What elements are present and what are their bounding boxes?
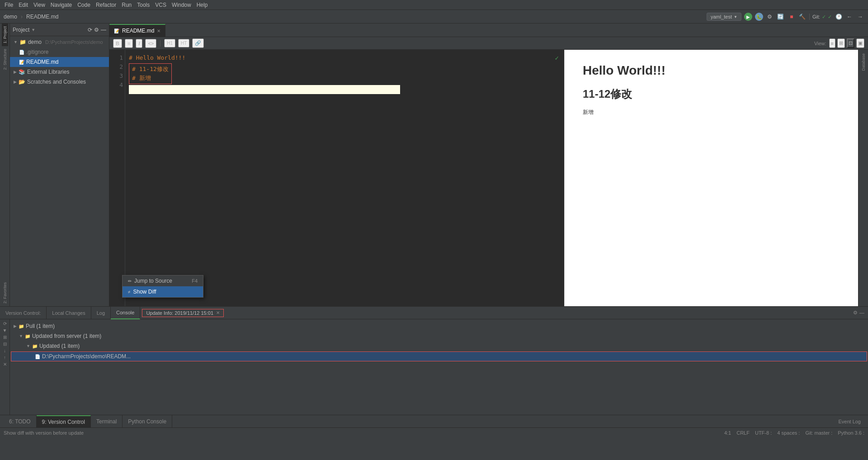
h1-button[interactable]: H1	[164, 39, 175, 47]
python-console-tab-label: Python Console	[128, 418, 166, 425]
vcs-filter-icon[interactable]: ▼	[3, 328, 7, 333]
vcs-tab-log[interactable]: Log	[91, 307, 111, 319]
python-indicator[interactable]: Python 3.6 :	[838, 430, 864, 436]
menu-vcs[interactable]: VCS	[152, 0, 169, 10]
git-branch-indicator[interactable]: Git: master :	[805, 430, 832, 436]
vcs-refresh-icon[interactable]: ⟳	[3, 321, 7, 326]
profile-button[interactable]: 🔄	[777, 13, 785, 21]
menu-refactor[interactable]: Refactor	[93, 0, 119, 10]
tree-item-demo[interactable]: ▼ 📁 demo D:\PycharmProjects\demo	[10, 37, 109, 47]
tree-item-scratches[interactable]: ▶ 📂 Scratches and Consoles	[10, 77, 109, 87]
vcs-updated-server-item[interactable]: ▼ 📁 Updated from server (1 item)	[10, 331, 868, 341]
build-button[interactable]: 🔨	[798, 13, 807, 21]
gitignore-label: .gitignore	[26, 49, 48, 55]
ht-button[interactable]: HT	[178, 39, 189, 47]
menu-navigate[interactable]: Navigate	[48, 0, 75, 10]
terminal-tab[interactable]: Terminal	[91, 415, 123, 428]
vcs-minimize-icon[interactable]: —	[859, 310, 864, 316]
code-lines[interactable]: # Hello World!!! # 11-12修改 # 新增 ✓	[125, 50, 564, 306]
tree-item-readme[interactable]: 📝 README.md	[10, 57, 109, 67]
tree-item-external[interactable]: ▶ 📚 External Libraries	[10, 67, 109, 77]
indent-indicator[interactable]: 4 spaces :	[777, 430, 800, 436]
menu-code[interactable]: Code	[75, 0, 93, 10]
tab-close-btn[interactable]: ✕	[157, 28, 160, 33]
cm-left-diff: ≠ Show Diff	[128, 289, 156, 295]
view-split-btn[interactable]: ⊞	[837, 38, 845, 48]
vcs-tab-local-label: Local Changes	[52, 310, 85, 316]
project-header-title: Project	[13, 27, 29, 33]
italic-button[interactable]: I	[136, 39, 142, 48]
bottom-tabs: 6: TODO 9: Version Control Terminal Pyth…	[0, 415, 868, 427]
forward-button[interactable]: →	[856, 13, 864, 21]
back-button[interactable]: ←	[845, 13, 854, 21]
position-indicator[interactable]: 4:1	[724, 430, 731, 436]
favorites-tab[interactable]: 2: Favorites	[2, 280, 8, 306]
modified-block: # 11-12修改 # 新增	[129, 63, 172, 84]
bold-button[interactable]: B	[113, 39, 122, 48]
git-status: Git: ✓ ✓	[812, 14, 832, 20]
yaml-test-button[interactable]: yaml_test ▼	[707, 13, 741, 21]
vcs-settings-icon[interactable]: ⚙	[853, 310, 858, 316]
vcs-left-icons: ⟳ ▼ ⊞ ⊟ ↓ ↑ ✕	[0, 319, 10, 415]
scratches-icon: 📂	[19, 79, 25, 85]
structure-tab[interactable]: 2: Structure	[2, 46, 8, 73]
context-jump-to-source[interactable]: ✏ Jump to Source F4	[123, 275, 203, 286]
vcs-body: ⟳ ▼ ⊞ ⊟ ↓ ↑ ✕ ▶ 📁 Pull (1 item)	[0, 319, 868, 415]
gear-icon[interactable]: ⚙	[94, 27, 99, 33]
event-log-btn[interactable]: Event Log	[838, 419, 864, 424]
python-console-tab[interactable]: Python Console	[123, 415, 172, 428]
view-list-btn[interactable]: ≡	[829, 38, 835, 48]
charset-indicator[interactable]: UTF-8 :	[755, 430, 772, 436]
vcs-tab-console[interactable]: Console	[111, 307, 140, 319]
minimize-icon[interactable]: —	[101, 27, 106, 33]
demo-label: demo	[28, 39, 42, 45]
todo-tab[interactable]: 6: TODO	[4, 415, 37, 428]
vcs-tab-local[interactable]: Local Changes	[47, 307, 91, 319]
line-num-3: 3	[111, 71, 123, 81]
link-button[interactable]: 🔗	[192, 38, 204, 48]
menu-file[interactable]: File	[2, 0, 16, 10]
menu-help[interactable]: Help	[194, 0, 211, 10]
clock-button[interactable]: 🕐	[835, 13, 843, 21]
menu-window[interactable]: Window	[169, 0, 194, 10]
align-button[interactable]: ≡	[125, 39, 133, 48]
update-info-close[interactable]: ✕	[216, 310, 220, 315]
debug-button[interactable]: 🐛	[755, 13, 763, 21]
vcs-collapse-icon[interactable]: ⊟	[3, 341, 7, 346]
terminal-tab-label: Terminal	[96, 418, 117, 425]
run-button[interactable]: ▶	[744, 13, 752, 21]
context-menu: ✏ Jump to Source F4 ≠ Show Diff	[122, 275, 203, 298]
vcs-expand-icon[interactable]: ⊞	[3, 335, 7, 340]
preview-panel: Hello World!!! 11-12修改 新增	[564, 50, 858, 306]
update-info-tab[interactable]: Update Info: 2019/11/12 15:01 ✕	[142, 309, 224, 317]
vcs-updated-item[interactable]: ▼ 📁 Updated (1 item)	[10, 341, 868, 351]
code-button[interactable]: <>	[145, 39, 156, 48]
run-coverage-button[interactable]: ⚙	[766, 13, 774, 21]
menu-view[interactable]: View	[31, 0, 48, 10]
vcs-arrow-down-icon[interactable]: ↓	[4, 348, 6, 353]
database-tab[interactable]: Database	[860, 52, 867, 73]
menu-run[interactable]: Run	[119, 0, 134, 10]
view-code-btn[interactable]: ▣	[856, 38, 864, 48]
editor-toolbar: B ≡ I <> H1 HT 🔗 View: ≡ ⊞ ⊡ ▣	[109, 37, 868, 50]
tree-item-gitignore[interactable]: 📄 .gitignore	[10, 47, 109, 57]
project-header-icons: ⟳ ⚙ —	[88, 27, 106, 33]
vcs-file-label: D:\PycharmProjects\demo\READM...	[42, 353, 131, 360]
context-show-diff[interactable]: ≠ Show Diff	[123, 286, 203, 297]
stop-button[interactable]: ■	[788, 13, 796, 21]
vcs-tab-vc[interactable]: Version Control:	[0, 307, 47, 319]
update-info-label: Update Info: 2019/11/12 15:01	[146, 310, 213, 316]
crlf-indicator[interactable]: CRLF	[736, 430, 750, 436]
vcs-close-x-icon[interactable]: ✕	[3, 362, 7, 367]
vcs-arrow-up-icon[interactable]: ↑	[4, 355, 6, 360]
readme-tab[interactable]: 📝 README.md ✕	[109, 24, 165, 37]
vcs-file-item[interactable]: 📄 D:\PycharmProjects\demo\READM...	[11, 351, 867, 361]
view-preview-btn[interactable]: ⊡	[847, 38, 854, 48]
menu-edit[interactable]: Edit	[16, 0, 31, 10]
sync-icon[interactable]: ⟳	[88, 27, 92, 33]
vcs-pull-item[interactable]: ▶ 📁 Pull (1 item)	[10, 321, 868, 331]
project-tab[interactable]: 1: Project	[2, 24, 8, 46]
top-toolbar: yaml_test ▼ ▶ 🐛 ⚙ 🔄 ■ 🔨 Git: ✓ ✓ 🕐 ← →	[703, 10, 868, 24]
vc-tab[interactable]: 9: Version Control	[37, 415, 91, 428]
menu-tools[interactable]: Tools	[134, 0, 152, 10]
